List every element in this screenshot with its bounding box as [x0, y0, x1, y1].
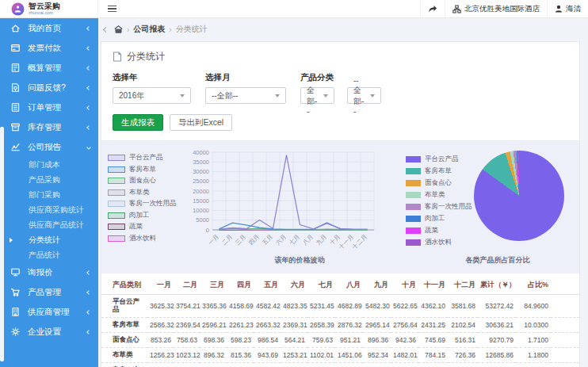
home-icon	[10, 23, 21, 33]
legend-label: 蔬菜	[425, 226, 438, 235]
svg-text:三月: 三月	[234, 233, 247, 247]
chevron-left-icon	[86, 66, 91, 71]
legend-item-客房一次性用品[interactable]: 客房一次性用品	[108, 199, 176, 208]
legend-item-客房布草[interactable]: 客房布草	[108, 165, 176, 174]
sidebar-subitem-label: 部门成本	[29, 159, 60, 170]
legend-swatch	[108, 235, 125, 242]
sidebar-subitem-供应商产品统计[interactable]: 供应商产品统计	[0, 217, 98, 232]
pie-legend-item-布草类[interactable]: 布草类	[406, 190, 474, 200]
sidebar-item-供应商管理[interactable]: 供应商管理	[0, 302, 98, 322]
legend-label: 平台云产品	[129, 153, 163, 162]
sidebar-item-问题反馈?[interactable]: 问题反馈?	[0, 78, 98, 97]
sidebar-subitem-产品采购[interactable]: 产品采购	[0, 172, 98, 187]
sidebar-item-产品管理[interactable]: 产品管理	[0, 282, 98, 302]
row-value: 598.23	[227, 332, 254, 347]
chevron-left-icon	[86, 26, 91, 31]
legend-item-平台云产品[interactable]: 平台云产品	[108, 153, 176, 162]
company-name: 北京优胜美地国际酒店	[464, 4, 540, 14]
order-icon	[10, 102, 21, 113]
pie-legend-item-肉加工[interactable]: 肉加工	[406, 214, 474, 224]
sidebar-item-label: 订单管理	[28, 102, 61, 113]
legend-label: 客房一次性用品	[425, 202, 472, 212]
row-value: 2214.98	[335, 362, 363, 367]
row-value: 943.69	[254, 347, 281, 362]
row-value: 1.7100	[516, 332, 551, 347]
user-menu[interactable]: 海清	[547, 0, 588, 17]
legend-item-布草类[interactable]: 布草类	[108, 188, 176, 197]
row-value: 2061.51	[174, 362, 200, 367]
supplier-icon	[10, 307, 21, 317]
export-excel-button[interactable]: 导出到Excel	[170, 114, 232, 131]
row-value: 2658.39	[307, 317, 335, 332]
sidebar-item-库存管理[interactable]: 库存管理	[0, 117, 98, 137]
svg-text:40000: 40000	[193, 149, 209, 156]
row-value: 3581.68	[448, 295, 478, 318]
home-icon[interactable]	[114, 25, 123, 33]
breadcrumb-separator: ›	[169, 25, 171, 34]
breadcrumb: › 公司报表 › 分类统计	[98, 18, 588, 40]
table-row: 布草类1256.231023.12896.32815.36943.691253.…	[101, 347, 579, 362]
legend-swatch	[108, 224, 125, 230]
sidebar-item-label: 概算管理	[28, 63, 61, 74]
organization-icon	[452, 5, 461, 13]
sidebar-item-发票付款[interactable]: 发票付款	[0, 38, 98, 58]
row-value: 3581.68	[448, 362, 478, 367]
legend-item-面食点心[interactable]: 面食点心	[108, 176, 176, 185]
sidebar-item-询报价[interactable]: 询报价	[0, 262, 98, 282]
sidebar-subitem-产品统计[interactable]: 产品统计	[0, 247, 98, 262]
sidebar-subitem-分类统计[interactable]: 分类统计	[0, 232, 98, 247]
pie-chart-caption: 各类产品所占百分比	[418, 255, 577, 266]
year-select[interactable]: 2016年	[113, 87, 191, 104]
pie-legend-item-平台云产品[interactable]: 平台云产品	[406, 155, 474, 164]
legend-item-蔬菜[interactable]: 蔬菜	[108, 222, 176, 231]
share-button[interactable]	[420, 0, 445, 17]
svg-text:35000: 35000	[193, 159, 209, 166]
row-value: 4362.10	[418, 362, 448, 367]
svg-text:七月: 七月	[288, 233, 301, 247]
budget-icon	[10, 63, 21, 73]
row-value: 853.26	[147, 332, 174, 347]
row-value: 5231.45	[307, 295, 335, 318]
sidebar-item-概算管理[interactable]: 概算管理	[0, 58, 98, 78]
row-value: 10.0300	[516, 317, 551, 332]
row-value: 2102.54	[448, 317, 478, 332]
legend-item-肉加工[interactable]: 肉加工	[108, 211, 176, 220]
sidebar-scrollbar[interactable]	[0, 127, 4, 361]
legend-swatch	[406, 239, 421, 246]
row-value: 2693.01	[363, 362, 391, 367]
sidebar-item-公司报告[interactable]: 公司报告	[0, 137, 98, 157]
generate-report-button[interactable]: 生成报表	[113, 114, 163, 131]
row-value: 2431.25	[418, 317, 448, 332]
pie-legend-item-客房一次性用品[interactable]: 客房一次性用品	[406, 202, 474, 212]
svg-text:十二月: 十二月	[351, 233, 368, 250]
row-value: 30636.21	[478, 317, 516, 332]
app-logo[interactable]: 智云采购 zhuncai.com	[0, 0, 98, 17]
pie-legend-item-客房布草[interactable]: 客房布草	[406, 166, 474, 176]
row-value: 896.36	[363, 332, 391, 347]
breadcrumb-section[interactable]: 公司报表	[133, 24, 165, 35]
sidebar-item-我的首页[interactable]: 我的首页	[0, 18, 98, 38]
month-select[interactable]: --全部--	[205, 87, 286, 104]
row-value: 1452.36	[227, 362, 254, 367]
sidebar-item-企业设置[interactable]: 企业设置	[0, 322, 98, 342]
row-value: 986.54	[254, 332, 281, 347]
pie-legend-item-蔬菜[interactable]: 蔬菜	[406, 226, 474, 235]
chevron-left-icon	[86, 310, 91, 315]
pie-legend-item-面食点心[interactable]: 面食点心	[406, 178, 474, 188]
legend-swatch	[108, 201, 125, 207]
company-selector[interactable]: 北京优胜美地国际酒店	[445, 0, 547, 17]
pie-chart	[474, 151, 564, 241]
legend-item-酒水饮料[interactable]: 酒水饮料	[108, 234, 176, 243]
sidebar-item-label: 库存管理	[28, 122, 61, 133]
charts-band: 平台云产品客房布草面食点心布草类客房一次性用品肉加工蔬菜酒水饮料 0500010…	[101, 140, 579, 273]
sidebar-item-订单管理[interactable]: 订单管理	[0, 97, 98, 117]
category-select-2[interactable]: --全部--	[347, 87, 381, 104]
sidebar-subitem-供应商采购统计[interactable]: 供应商采购统计	[0, 202, 98, 217]
category-select-1[interactable]: --全部--	[300, 87, 334, 104]
menu-toggle-icon[interactable]	[98, 0, 125, 17]
collapse-sidebar-icon[interactable]	[103, 26, 109, 32]
pie-legend-item-酒水饮料[interactable]: 酒水饮料	[406, 238, 474, 247]
sidebar-subitem-部门成本[interactable]: 部门成本	[0, 157, 98, 172]
svg-text:0: 0	[206, 227, 209, 234]
sidebar-subitem-部门采购[interactable]: 部门采购	[0, 187, 98, 202]
